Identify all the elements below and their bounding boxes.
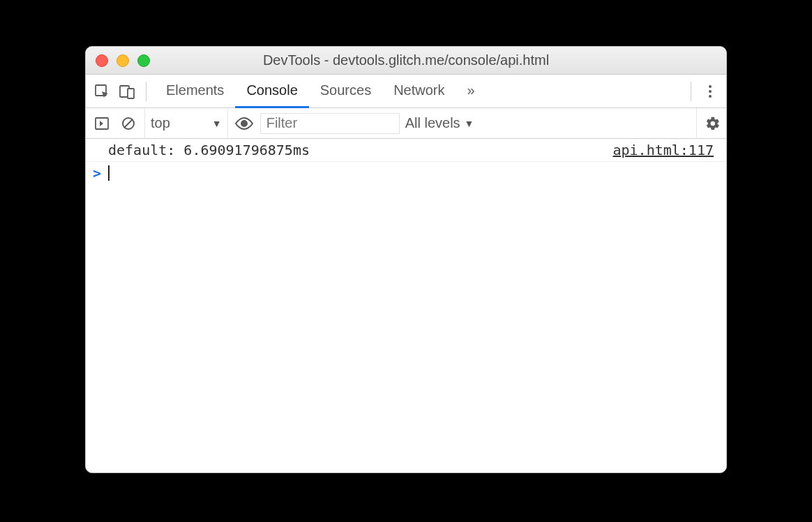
dropdown-arrow-icon: ▼ <box>212 118 222 129</box>
svg-line-8 <box>124 119 133 128</box>
console-prompt[interactable]: > <box>86 162 726 184</box>
log-message: default: 6.69091796875ms <box>108 142 310 158</box>
tab-console[interactable]: Console <box>235 75 308 108</box>
console-output: default: 6.69091796875ms api.html:117 > <box>86 139 726 472</box>
panel-tab-bar: Elements Console Sources Network » <box>86 75 726 108</box>
prompt-chevron-icon: > <box>93 165 101 181</box>
panel-tabs: Elements Console Sources Network <box>155 75 456 107</box>
divider <box>146 82 146 101</box>
window-zoom-button[interactable] <box>137 54 150 67</box>
tab-sources[interactable]: Sources <box>309 75 382 108</box>
more-options-icon[interactable] <box>700 81 721 102</box>
log-source-link[interactable]: api.html:117 <box>613 142 714 158</box>
tabs-overflow-button[interactable]: » <box>460 75 482 108</box>
tab-elements[interactable]: Elements <box>155 75 235 108</box>
context-selector[interactable]: top ▼ <box>144 108 228 138</box>
svg-point-4 <box>709 90 712 93</box>
console-log-row[interactable]: default: 6.69091796875ms api.html:117 <box>86 139 726 162</box>
svg-point-5 <box>709 95 712 98</box>
text-caret <box>108 165 110 181</box>
window-minimize-button[interactable] <box>116 54 129 67</box>
console-settings-icon[interactable] <box>696 108 721 138</box>
log-levels-selector[interactable]: All levels ▼ <box>405 115 474 131</box>
traffic-lights <box>96 54 150 67</box>
device-toolbar-icon[interactable] <box>116 81 137 102</box>
inspect-element-icon[interactable] <box>91 81 112 102</box>
log-levels-label: All levels <box>405 115 460 131</box>
titlebar[interactable]: DevTools - devtools.glitch.me/console/ap… <box>86 47 726 75</box>
clear-console-icon[interactable] <box>118 113 139 134</box>
devtools-window: DevTools - devtools.glitch.me/console/ap… <box>85 46 727 473</box>
divider <box>691 82 691 101</box>
console-toolbar: top ▼ All levels ▼ <box>86 108 726 139</box>
svg-point-9 <box>241 120 248 127</box>
live-expression-icon[interactable] <box>234 113 255 134</box>
svg-point-3 <box>709 85 712 88</box>
dropdown-arrow-icon: ▼ <box>465 118 474 129</box>
tab-network[interactable]: Network <box>382 75 456 108</box>
window-close-button[interactable] <box>96 54 108 67</box>
window-title: DevTools - devtools.glitch.me/console/ap… <box>263 52 549 68</box>
toggle-sidebar-icon[interactable] <box>91 113 112 134</box>
svg-rect-2 <box>128 89 134 98</box>
filter-input[interactable] <box>260 113 400 134</box>
context-selector-label: top <box>151 115 170 131</box>
